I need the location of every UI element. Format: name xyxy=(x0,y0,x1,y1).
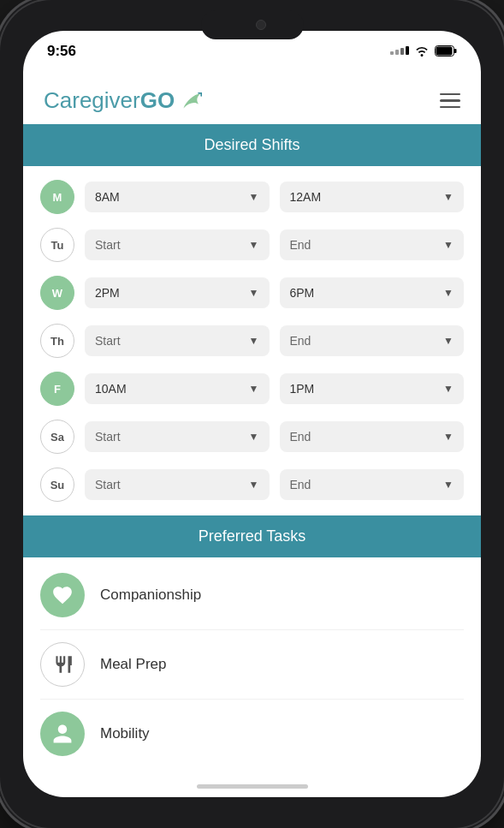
start-time-tu[interactable]: Start▼ xyxy=(85,229,270,260)
day-badge-sa: Sa xyxy=(40,420,74,454)
day-badge-m: M xyxy=(40,180,74,214)
chevron-down-icon: ▼ xyxy=(443,287,454,299)
end-time-tu[interactable]: End▼ xyxy=(280,229,465,260)
battery-icon xyxy=(435,45,457,57)
preferred-tasks-title: Preferred Tasks xyxy=(199,527,306,545)
end-time-w[interactable]: 6PM▼ xyxy=(280,277,465,308)
day-rows: M8AM▼12AM▼TuStart▼End▼W2PM▼6PM▼ThStart▼E… xyxy=(23,166,481,515)
start-value-su: Start xyxy=(95,478,121,491)
day-row-f: F10AM▼1PM▼ xyxy=(40,365,464,413)
end-value-m: 12AM xyxy=(290,190,322,204)
start-value-tu: Start xyxy=(95,238,121,252)
start-time-su[interactable]: Start▼ xyxy=(85,469,270,500)
chevron-down-icon: ▼ xyxy=(249,431,259,443)
chevron-down-icon: ▼ xyxy=(443,335,454,347)
day-badge-tu: Tu xyxy=(40,228,74,262)
day-row-th: ThStart▼End▼ xyxy=(40,317,464,365)
task-icon-meal-prep xyxy=(40,642,85,687)
start-value-m: 8AM xyxy=(95,190,120,204)
end-value-w: 6PM xyxy=(290,286,315,300)
camera-dot xyxy=(256,20,266,30)
task-label-meal-prep: Meal Prep xyxy=(100,656,166,673)
end-time-f[interactable]: 1PM▼ xyxy=(280,373,465,404)
task-icon-companionship xyxy=(40,573,85,617)
task-list: CompanionshipMeal PrepMobility xyxy=(23,557,481,771)
svg-rect-2 xyxy=(436,46,453,55)
task-item-companionship[interactable]: Companionship xyxy=(40,561,464,630)
end-value-sa: End xyxy=(290,430,311,444)
logo-highlight: GO xyxy=(140,87,175,113)
day-row-m: M8AM▼12AM▼ xyxy=(40,173,464,221)
chevron-down-icon: ▼ xyxy=(443,479,454,491)
chevron-down-icon: ▼ xyxy=(249,239,259,251)
end-value-th: End xyxy=(290,334,311,348)
start-value-f: 10AM xyxy=(95,382,127,396)
end-time-th[interactable]: End▼ xyxy=(280,325,465,356)
chevron-down-icon: ▼ xyxy=(249,335,259,347)
screen: 9:56 xyxy=(23,31,481,797)
day-badge-w: W xyxy=(40,276,74,310)
scroll-content[interactable]: M8AM▼12AM▼TuStart▼End▼W2PM▼6PM▼ThStart▼E… xyxy=(23,166,481,797)
day-row-sa: SaStart▼End▼ xyxy=(40,413,464,461)
desired-shifts-header: Desired Shifts xyxy=(23,124,481,166)
day-badge-su: Su xyxy=(40,468,74,502)
signal-icon xyxy=(390,46,409,55)
end-time-su[interactable]: End▼ xyxy=(280,469,465,500)
desired-shifts-title: Desired Shifts xyxy=(204,136,299,153)
day-row-su: SuStart▼End▼ xyxy=(40,461,464,509)
chevron-down-icon: ▼ xyxy=(249,287,259,299)
day-row-tu: TuStart▼End▼ xyxy=(40,221,464,269)
chevron-down-icon: ▼ xyxy=(443,431,454,443)
task-icon-mobility xyxy=(40,712,85,756)
start-value-sa: Start xyxy=(95,430,121,444)
chevron-down-icon: ▼ xyxy=(443,239,454,251)
task-label-mobility: Mobility xyxy=(100,725,150,742)
start-time-w[interactable]: 2PM▼ xyxy=(85,277,270,308)
wifi-icon xyxy=(414,45,430,57)
svg-rect-1 xyxy=(454,49,457,53)
home-indicator[interactable] xyxy=(197,784,308,789)
preferred-tasks-header: Preferred Tasks xyxy=(23,515,481,557)
end-time-sa[interactable]: End▼ xyxy=(280,421,465,452)
start-time-m[interactable]: 8AM▼ xyxy=(85,182,270,212)
hamburger-button[interactable] xyxy=(440,93,460,109)
app-header: CaregiverGO xyxy=(23,80,481,124)
status-icons xyxy=(390,43,457,57)
task-item-meal-prep[interactable]: Meal Prep xyxy=(40,630,464,700)
start-time-sa[interactable]: Start▼ xyxy=(85,421,270,452)
start-time-th[interactable]: Start▼ xyxy=(85,325,270,356)
phone-frame: 9:56 xyxy=(0,0,504,828)
chevron-down-icon: ▼ xyxy=(249,479,259,491)
task-item-mobility[interactable]: Mobility xyxy=(40,700,464,768)
dynamic-island xyxy=(201,10,304,39)
end-value-tu: End xyxy=(290,238,311,252)
logo-bird-icon xyxy=(178,89,205,113)
chevron-down-icon: ▼ xyxy=(249,191,259,203)
app-logo: CaregiverGO xyxy=(44,87,205,114)
chevron-down-icon: ▼ xyxy=(249,383,259,395)
logo-text: CaregiverGO xyxy=(44,87,175,114)
day-badge-f: F xyxy=(40,372,74,406)
start-value-w: 2PM xyxy=(95,286,120,300)
start-time-f[interactable]: 10AM▼ xyxy=(85,373,270,404)
chevron-down-icon: ▼ xyxy=(443,191,454,203)
day-badge-th: Th xyxy=(40,324,74,358)
status-time: 9:56 xyxy=(47,43,76,60)
end-value-su: End xyxy=(290,478,311,491)
end-time-m[interactable]: 12AM▼ xyxy=(280,182,465,212)
end-value-f: 1PM xyxy=(290,382,315,396)
day-row-w: W2PM▼6PM▼ xyxy=(40,269,464,317)
chevron-down-icon: ▼ xyxy=(443,383,454,395)
task-label-companionship: Companionship xyxy=(100,587,201,604)
preferred-tasks-section: Preferred Tasks CompanionshipMeal PrepMo… xyxy=(23,515,481,771)
start-value-th: Start xyxy=(95,334,121,348)
